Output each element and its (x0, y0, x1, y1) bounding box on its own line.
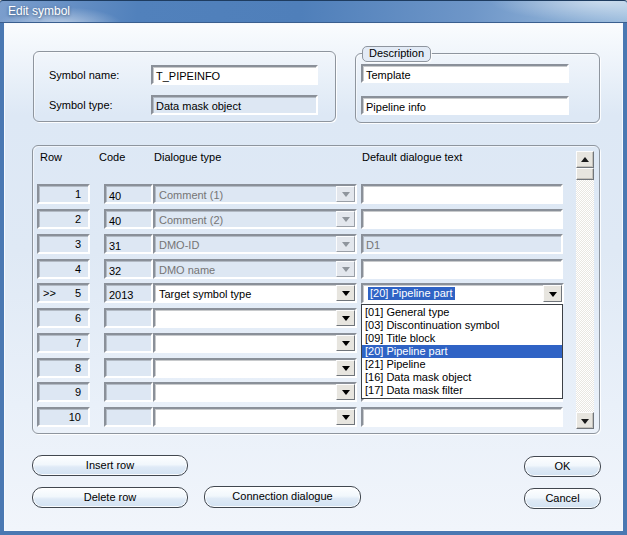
chevron-down-icon (342, 267, 350, 276)
table-row: 10 (0, 407, 627, 428)
scroll-thumb[interactable] (576, 168, 594, 180)
row-number-box: 10 (37, 407, 90, 427)
symbol-name-label: Symbol name: (49, 69, 119, 81)
chevron-down-icon (342, 316, 350, 325)
row-number-box: 2 (37, 209, 90, 229)
dropdown-list: [01] General type [03] Discontinuation s… (361, 304, 563, 399)
table-row: 4 32 DMO name (0, 259, 627, 280)
combo-dropdown-button (336, 186, 355, 202)
scroll-down-button[interactable] (576, 412, 594, 429)
symbol-name-input[interactable]: T_PIPEINFO (151, 65, 318, 85)
scroll-up-button[interactable] (576, 151, 594, 168)
row-number: 2 (75, 211, 81, 227)
chevron-down-icon (342, 341, 350, 350)
chevron-down-icon (342, 217, 350, 226)
chevron-down-icon (342, 192, 350, 201)
row-number-box: 4 (37, 259, 90, 279)
dialogue-type-combo: DMO-ID (153, 234, 357, 254)
combo-dropdown-button (336, 211, 355, 227)
symbol-group: Symbol name: T_PIPEINFO Symbol type: Dat… (33, 51, 336, 122)
code-box (104, 308, 153, 328)
code-box (104, 333, 153, 353)
dropdown-item[interactable]: [16] Data mask object (362, 371, 562, 384)
row-number-box: 7 (37, 333, 90, 353)
titlebar[interactable]: Edit symbol (0, 1, 627, 23)
chevron-down-icon (342, 390, 350, 399)
dropdown-item[interactable]: [01] General type (362, 306, 562, 319)
row-number: 6 (75, 310, 81, 326)
dropdown-item[interactable]: [09] Title block (362, 332, 562, 345)
combo-dropdown-button[interactable] (336, 335, 355, 351)
header-default-text: Default dialogue text (362, 151, 462, 163)
row-number: 10 (69, 409, 81, 425)
dialogue-type-combo[interactable] (153, 358, 357, 378)
row-number: 3 (75, 236, 81, 252)
cancel-button[interactable]: Cancel (524, 488, 601, 509)
code-box: 32 (104, 259, 153, 279)
row-number-box: >>5 (37, 283, 90, 303)
combo-dropdown-button[interactable] (336, 285, 355, 301)
code-box (104, 407, 153, 427)
header-dialogue-type: Dialogue type (154, 151, 221, 163)
default-text-input[interactable] (361, 407, 563, 427)
chevron-down-icon (342, 291, 350, 300)
code-box: 31 (104, 234, 153, 254)
default-text-input[interactable] (361, 259, 563, 279)
dropdown-item[interactable]: [17] Data mask filter (362, 384, 562, 397)
combo-dropdown-button[interactable] (336, 409, 355, 425)
default-text-combo[interactable]: [20] Pipeline part (361, 283, 564, 304)
code-box: 40 (104, 209, 153, 229)
row-number-box: 3 (37, 234, 90, 254)
dialogue-type-combo[interactable] (153, 333, 357, 353)
row-number: 5 (75, 285, 81, 301)
ok-button[interactable]: OK (524, 456, 601, 477)
arrow-down-icon (581, 419, 589, 428)
combo-dropdown-button[interactable] (336, 310, 355, 326)
row-number: 7 (75, 335, 81, 351)
row-number-box: 1 (37, 184, 90, 204)
table-row-current: >>5 2013 Target symbol type [20] Pipelin… (0, 283, 627, 304)
description-line1-input[interactable]: Template (361, 64, 569, 83)
table-row: 2 40 Comment (2) (0, 209, 627, 230)
dialogue-type-combo[interactable] (153, 407, 357, 427)
code-box: 40 (104, 184, 153, 204)
row-number: 1 (75, 186, 81, 202)
dialogue-type-combo[interactable] (153, 382, 357, 402)
dialogue-type-combo[interactable] (153, 308, 357, 328)
combo-dropdown-button[interactable] (336, 384, 355, 400)
row-number-box: 9 (37, 382, 90, 402)
current-row-marker: >> (43, 285, 56, 301)
combo-dropdown-button[interactable] (336, 360, 355, 376)
dialogue-type-combo[interactable]: Target symbol type (153, 283, 357, 303)
insert-row-button[interactable]: Insert row (32, 455, 188, 476)
description-line2-input[interactable]: Pipeline info (361, 96, 569, 115)
row-number: 4 (75, 261, 81, 277)
delete-row-button[interactable]: Delete row (32, 487, 188, 508)
dropdown-item[interactable]: [21] Pipeline (362, 358, 562, 371)
dialogue-type-combo: DMO name (153, 259, 357, 279)
chevron-down-icon (342, 366, 350, 375)
symbol-type-label: Symbol type: (49, 99, 113, 111)
dropdown-item[interactable]: [03] Discontinuation symbol (362, 319, 562, 332)
table-scrollbar[interactable] (576, 151, 594, 429)
row-number-box: 8 (37, 358, 90, 378)
code-box: 2013 (104, 283, 153, 303)
default-text-input[interactable] (361, 209, 563, 229)
code-box (104, 382, 153, 402)
chevron-down-icon (342, 242, 350, 251)
edit-symbol-dialog: Edit symbol Symbol name: T_PIPEINFO Symb… (0, 0, 627, 535)
chevron-down-icon (549, 292, 557, 301)
dropdown-item-selected[interactable]: [20] Pipeline part (362, 345, 562, 358)
code-box (104, 358, 153, 378)
header-code: Code (99, 151, 125, 163)
connection-dialogue-button[interactable]: Connection dialogue (204, 486, 361, 508)
row-number-box: 6 (37, 308, 90, 328)
description-group-label: Description (362, 46, 431, 62)
row-number: 8 (75, 360, 81, 376)
table-row: 3 31 DMO-ID D1 (0, 234, 627, 255)
combo-dropdown-button[interactable] (543, 285, 562, 302)
default-text-input[interactable] (361, 184, 563, 204)
description-group: Description Template Pipeline info (355, 53, 600, 123)
dialogue-type-combo: Comment (1) (153, 184, 357, 204)
combo-dropdown-button (336, 261, 355, 277)
